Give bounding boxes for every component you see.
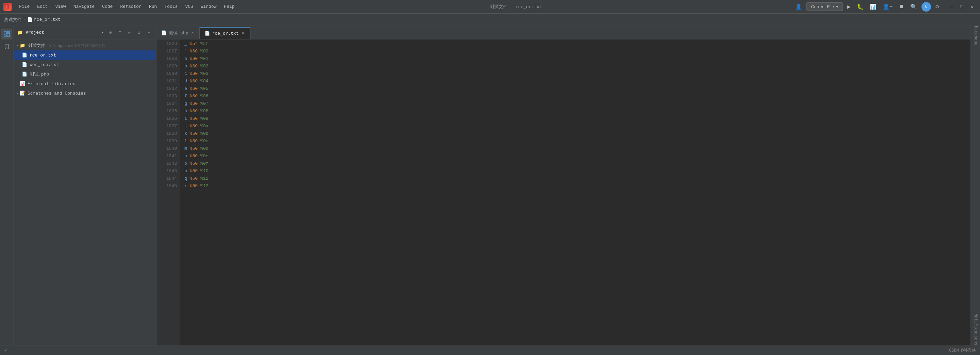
project-dropdown[interactable]: ▾ bbox=[102, 30, 104, 35]
line-number: 1844 bbox=[156, 175, 177, 182]
line-numbers: 1826182718281829183018311832183318341835… bbox=[156, 40, 180, 345]
search-icon[interactable]: 🔍 bbox=[908, 2, 919, 11]
run-icon[interactable]: ▶ bbox=[846, 2, 853, 11]
settings-icon[interactable]: ⚙ bbox=[934, 2, 940, 11]
root-path-label: D:\phpstorm文件存储\测试文件 bbox=[49, 43, 105, 48]
breadcrumb-root[interactable]: 测试文件 bbox=[4, 17, 22, 23]
line-number: 1837 bbox=[156, 123, 177, 130]
project-tree: ▾ 📁 测试文件 D:\phpstorm文件存储\测试文件 📄 rce_or.t… bbox=[14, 40, 156, 345]
line-number: 1845 bbox=[156, 182, 177, 190]
svg-rect-5 bbox=[4, 35, 6, 37]
breadcrumb-filename[interactable]: rce_or.txt bbox=[34, 17, 60, 22]
char-column: g bbox=[185, 100, 190, 108]
code-line: f %60 %06 bbox=[185, 92, 970, 100]
tab-close-rce-or[interactable]: × bbox=[240, 31, 245, 36]
tree-item-test-php[interactable]: 📄 测试.php bbox=[14, 69, 156, 79]
tree-root-folder[interactable]: ▾ 📁 测试文件 D:\phpstorm文件存储\测试文件 bbox=[14, 41, 156, 50]
line-number: 1829 bbox=[156, 63, 177, 70]
panel-title: Project bbox=[25, 30, 99, 35]
coverage-icon[interactable]: 📊 bbox=[868, 2, 878, 11]
char-column: j bbox=[185, 123, 190, 130]
hex1-column: %5f bbox=[190, 40, 200, 48]
tree-item-xor-rce[interactable]: 📄 xor_rce.txt bbox=[14, 60, 156, 69]
code-line: e %60 %05 bbox=[185, 85, 970, 92]
menu-view[interactable]: View bbox=[52, 3, 69, 11]
menu-run[interactable]: Run bbox=[146, 3, 160, 11]
code-line: q %60 %11 bbox=[185, 175, 970, 182]
line-number: 1840 bbox=[156, 145, 177, 153]
hide-panel-btn[interactable]: – bbox=[145, 29, 153, 37]
database-label: Database bbox=[973, 26, 978, 46]
tree-item-rce-or[interactable]: 📄 rce_or.txt bbox=[14, 50, 156, 60]
hex1-column: %60 bbox=[190, 175, 200, 182]
menu-code[interactable]: Code bbox=[99, 3, 116, 11]
menu-bar: File Edit View Navigate Code Refactor Ru… bbox=[16, 3, 238, 11]
hex1-column: %60 bbox=[190, 182, 200, 190]
settings-panel-btn[interactable]: ⚙ bbox=[135, 29, 143, 37]
hex1-column: %60 bbox=[190, 160, 200, 167]
menu-vcs[interactable]: VCS bbox=[182, 3, 196, 11]
hex1-column: %60 bbox=[190, 63, 200, 70]
menu-refactor[interactable]: Refactor bbox=[117, 3, 145, 11]
char-column: r bbox=[185, 182, 190, 190]
php-file-icon: 📄 bbox=[22, 72, 27, 77]
collapse-btn[interactable]: ⇤ bbox=[126, 29, 134, 37]
debug-icon[interactable]: 🐛 bbox=[855, 2, 865, 11]
menu-window[interactable]: Window bbox=[197, 3, 220, 11]
maximize-button[interactable]: □ bbox=[957, 2, 966, 11]
minimize-button[interactable]: — bbox=[947, 2, 956, 11]
title-bar: File Edit View Navigate Code Refactor Ru… bbox=[0, 0, 980, 14]
char-column: k bbox=[185, 130, 190, 137]
code-line: d %60 %04 bbox=[185, 78, 970, 85]
char-column: b bbox=[185, 63, 190, 70]
menu-help[interactable]: Help bbox=[221, 3, 238, 11]
tree-scratches[interactable]: ▸ 📝 Scratches and Consoles bbox=[14, 89, 156, 98]
tab-rce-or[interactable]: 📄 rce_or.txt × bbox=[200, 27, 250, 39]
hex2-column: %03 bbox=[200, 70, 208, 78]
avatar-icon[interactable]: U bbox=[921, 2, 931, 11]
char-column: m bbox=[185, 145, 190, 153]
hex1-column: %60 bbox=[190, 145, 200, 153]
editor-area: 📄 测试.php × 📄 rce_or.txt × 18261827182818… bbox=[156, 26, 970, 345]
root-folder-label: 测试文件 bbox=[27, 43, 45, 49]
status-checkmark: ✓ bbox=[4, 347, 7, 353]
code-line: ` %60 %00 bbox=[185, 48, 970, 55]
current-file-button[interactable]: Current File ▾ bbox=[807, 2, 843, 11]
dropdown-arrow-icon: ▾ bbox=[836, 4, 838, 9]
menu-edit[interactable]: Edit bbox=[34, 3, 51, 11]
sort-btn[interactable]: ≡ bbox=[116, 29, 124, 37]
line-number: 1833 bbox=[156, 92, 177, 100]
code-line: g %60 %07 bbox=[185, 100, 970, 108]
status-bar: ✓ CSDN @补天侠 bbox=[0, 345, 980, 355]
menu-file[interactable]: File bbox=[16, 3, 33, 11]
code-line: r %60 %12 bbox=[185, 182, 970, 190]
hex2-column: %00 bbox=[200, 48, 208, 55]
char-column: i bbox=[185, 115, 190, 123]
stop-icon[interactable]: ⏹ bbox=[897, 2, 906, 11]
code-line: b %60 %02 bbox=[185, 63, 970, 70]
char-column: d bbox=[185, 78, 190, 85]
project-strip-icon[interactable] bbox=[2, 29, 12, 40]
bookmark-strip-icon[interactable] bbox=[2, 41, 12, 52]
char-column: o bbox=[185, 160, 190, 167]
tab-close-test-php[interactable]: × bbox=[190, 30, 195, 36]
hex1-column: %60 bbox=[190, 137, 200, 145]
hex2-column: %0b bbox=[200, 130, 208, 137]
line-number: 1828 bbox=[156, 55, 177, 63]
menu-tools[interactable]: Tools bbox=[161, 3, 181, 11]
line-number: 1827 bbox=[156, 48, 177, 55]
menu-navigate[interactable]: Navigate bbox=[70, 3, 98, 11]
tree-external-libs[interactable]: ▸ 📊 External Libraries bbox=[14, 79, 156, 89]
line-number: 1832 bbox=[156, 85, 177, 92]
close-button[interactable]: ✕ bbox=[967, 2, 977, 11]
add-btn[interactable]: ⊕ bbox=[107, 29, 115, 37]
code-area[interactable]: _ %5f %5f` %60 %00a %60 %01b %60 %02c %6… bbox=[180, 40, 970, 345]
notifications-panel[interactable]: Notifications bbox=[970, 314, 980, 345]
profile-icon[interactable]: 👤 bbox=[794, 2, 804, 11]
svg-rect-4 bbox=[7, 33, 10, 37]
user-add-icon[interactable]: 👤+ bbox=[881, 2, 894, 11]
database-panel-tab[interactable]: Database bbox=[970, 26, 980, 46]
hex1-column: %60 bbox=[190, 85, 200, 92]
code-line: n %60 %0e bbox=[185, 153, 970, 160]
tab-test-php[interactable]: 📄 测试.php × bbox=[156, 27, 200, 39]
